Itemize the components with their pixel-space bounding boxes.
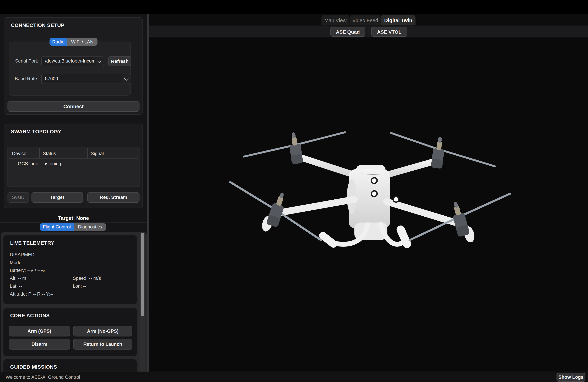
mode-value: Mode: -- xyxy=(10,260,27,265)
arm-no-gps-button[interactable]: Arm (No-GPS) xyxy=(73,326,132,337)
swarm-topology-title: SWARM TOPOLOGY xyxy=(11,129,61,134)
return-to-launch-button[interactable]: Return to Launch xyxy=(73,339,132,349)
device-table-header: Device Status Signal xyxy=(9,148,138,159)
flight-control-scroll-area: LIVE TELEMETRY DISARMED Mode: -- Battery… xyxy=(1,232,147,372)
core-actions-title: CORE ACTIONS xyxy=(10,313,50,318)
sidebar-divider xyxy=(147,14,149,372)
column-header-signal: Signal xyxy=(88,148,138,158)
column-header-device: Device xyxy=(9,148,40,158)
status-bar: Welcome to ASE-AI Ground Control Show Lo… xyxy=(0,372,588,382)
model-toolbar: ASE Quad ASE VTOL xyxy=(149,25,588,38)
cell-device: GCS Link xyxy=(9,159,39,168)
show-logs-button[interactable]: Show Logs xyxy=(557,373,586,382)
altitude-value: Alt: -- m xyxy=(10,276,26,281)
window-titlebar xyxy=(0,0,588,14)
column-header-status: Status xyxy=(40,148,88,158)
speed-value: Speed: -- m/s xyxy=(73,276,101,281)
tab-map-view[interactable]: Map View xyxy=(321,15,350,25)
serial-settings-group: Serial Port: /dev/cu.Bluetooth-Incomir R… xyxy=(9,41,131,96)
ase-vtol-button[interactable]: ASE VTOL xyxy=(371,27,407,37)
serial-port-select[interactable]: /dev/cu.Bluetooth-Incomir xyxy=(41,56,104,66)
drone-model[interactable] xyxy=(149,38,588,372)
tab-flight-control[interactable]: Flight Control xyxy=(40,223,74,231)
live-telemetry-title: LIVE TELEMETRY xyxy=(10,240,54,246)
hotspot-marker[interactable] xyxy=(371,191,377,196)
ase-quad-button[interactable]: ASE Quad xyxy=(331,27,365,37)
scrollbar-track[interactable] xyxy=(139,232,146,372)
status-message: Welcome to ASE-AI Ground Control xyxy=(6,372,80,382)
digital-twin-canvas[interactable] xyxy=(149,38,588,372)
guided-missions-panel: GUIDED MISSIONS xyxy=(3,359,137,372)
connect-button[interactable]: Connect xyxy=(8,101,140,112)
tab-diagnostics[interactable]: Diagnostics xyxy=(74,223,106,231)
hotspot-marker[interactable] xyxy=(393,196,399,202)
core-actions-panel: CORE ACTIONS Arm (GPS) Arm (No-GPS) Disa… xyxy=(3,308,137,357)
landing-gear xyxy=(317,224,412,249)
device-table: Device Status Signal GCS Link Listening.… xyxy=(8,147,140,187)
table-row[interactable]: GCS Link Listening... --- xyxy=(9,159,138,168)
live-telemetry-panel: LIVE TELEMETRY DISARMED Mode: -- Battery… xyxy=(3,235,137,305)
req-stream-button[interactable]: Req. Stream xyxy=(87,192,139,203)
serial-port-label: Serial Port: xyxy=(9,58,38,64)
app-window: CONNECTION SETUP Serial Port: /dev/cu.Bl… xyxy=(0,0,588,382)
attitude-value: Attitude: P:-- R:-- Y:-- xyxy=(10,291,53,297)
baud-rate-select[interactable]: 57600 xyxy=(41,74,131,84)
tab-radio[interactable]: Radio xyxy=(49,38,67,46)
disarm-button[interactable]: Disarm xyxy=(9,339,70,349)
hotspot-marker[interactable] xyxy=(371,178,377,183)
latitude-value: Lat: -- xyxy=(10,284,22,289)
serial-port-value: /dev/cu.Bluetooth-Incomir xyxy=(45,57,94,66)
connection-mode-switch: Radio WiFi / LAN xyxy=(49,38,98,46)
connection-setup-panel: CONNECTION SETUP Serial Port: /dev/cu.Bl… xyxy=(4,17,143,115)
divider xyxy=(0,222,147,222)
connection-setup-title: CONNECTION SETUP xyxy=(11,22,64,28)
chevron-down-icon xyxy=(95,57,104,66)
target-status: Target: None xyxy=(0,215,147,221)
tab-wifi-lan[interactable]: WiFi / LAN xyxy=(67,38,98,46)
sidebar: CONNECTION SETUP Serial Port: /dev/cu.Bl… xyxy=(0,14,147,372)
motor-pod-rear-right xyxy=(431,136,446,169)
baud-rate-value: 57600 xyxy=(45,74,121,84)
motor-pod-rear-left xyxy=(288,132,303,165)
target-button[interactable]: Target xyxy=(31,192,83,203)
cell-signal: --- xyxy=(87,159,138,168)
tab-video-feed[interactable]: Video Feed xyxy=(350,15,381,25)
arm-state-value: DISARMED xyxy=(10,252,35,257)
chevron-down-icon xyxy=(122,74,131,84)
refresh-button[interactable]: Refresh xyxy=(108,56,131,66)
baud-rate-label: Baud Rate: xyxy=(9,76,38,81)
swarm-topology-panel: SWARM TOPOLOGY Device Status Signal GCS … xyxy=(4,124,143,208)
arm-gps-button[interactable]: Arm (GPS) xyxy=(9,326,70,337)
cell-status: Listening... xyxy=(39,159,87,168)
tab-digital-twin[interactable]: Digital Twin xyxy=(381,15,416,25)
guided-missions-title: GUIDED MISSIONS xyxy=(10,364,57,370)
scrollbar-thumb[interactable] xyxy=(141,233,145,316)
rear-propellers xyxy=(244,132,495,166)
view-tab-bar: Map View Video Feed Digital Twin xyxy=(149,14,588,25)
control-tab-switch: Flight Control Diagnostics xyxy=(40,223,106,231)
battery-value: Battery: --V / --% xyxy=(10,268,45,273)
longitude-value: Lon: -- xyxy=(73,284,86,289)
sysid-button[interactable]: SysID xyxy=(8,192,29,203)
